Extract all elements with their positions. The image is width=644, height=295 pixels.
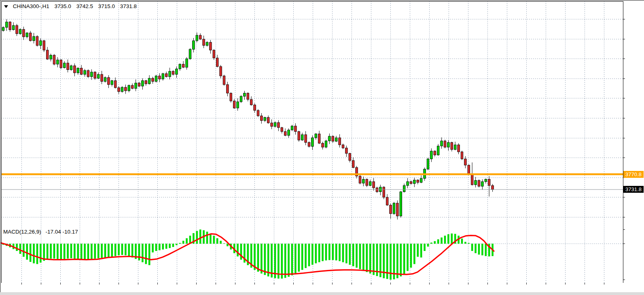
chart-window: CHINA300-,H1 3735.0 3742.5 3715.0 3731.8… [0, 0, 644, 295]
ohlc-low: 3715.0 [98, 3, 115, 9]
window-edge-top [0, 0, 644, 1]
orange-level-price-tag: 3770.8 [623, 171, 644, 178]
window-edge-left [0, 0, 1, 295]
symbol-period-label: CHINA300-,H1 [13, 3, 49, 9]
ohlc-close: 3731.8 [120, 3, 137, 9]
ohlc-open: 3735.0 [55, 3, 71, 9]
macd-indicator-label: MACD(12,26,9) -17.04 -10.17 [3, 229, 81, 235]
window-edge-bottom [0, 292, 644, 295]
macd-values: -17.04 -10.17 [46, 229, 78, 235]
current-price-tag: 3731.8 [623, 186, 644, 193]
chart-title: CHINA300-,H1 3735.0 3742.5 3715.0 3731.8 [4, 3, 140, 9]
symbol-dropdown-icon[interactable] [4, 5, 8, 8]
ohlc-high: 3742.5 [76, 3, 93, 9]
macd-name: MACD(12,26,9) [3, 229, 41, 235]
chart-canvas[interactable] [0, 0, 644, 295]
